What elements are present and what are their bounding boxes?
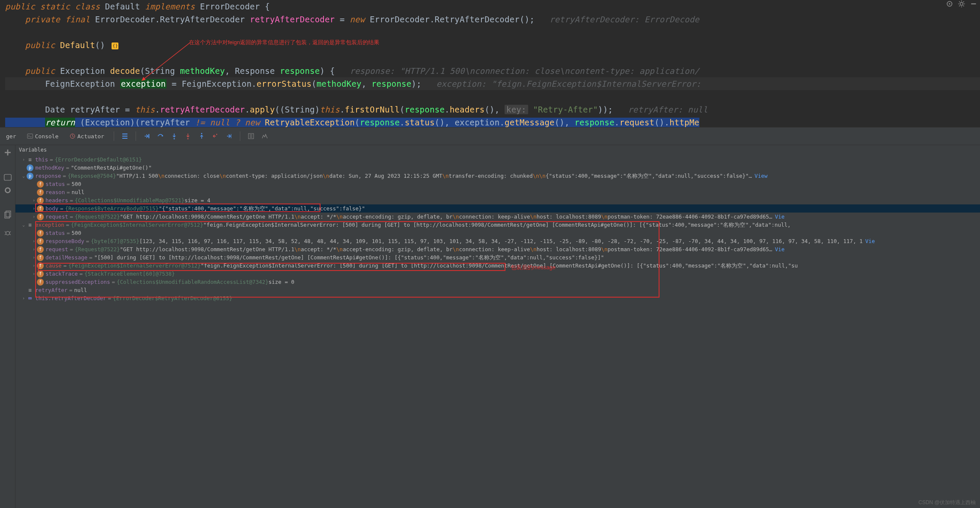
var-exception-stackTrace[interactable]: › f stackTrace= {StackTraceElement[60]@7… xyxy=(15,270,980,278)
evaluate-expression-icon[interactable] xyxy=(246,131,256,141)
drop-frame-icon[interactable] xyxy=(211,131,220,141)
mute-icon[interactable] xyxy=(3,186,12,195)
var-response-reason[interactable]: › f reason= null xyxy=(15,188,980,196)
var-exception-cause[interactable]: › f cause= {FeignException$InternalServe… xyxy=(15,262,980,270)
minimize-icon[interactable] xyxy=(970,0,977,8)
layout-icon[interactable] xyxy=(946,0,953,8)
field-icon: f xyxy=(37,181,44,188)
object-icon: ≡ xyxy=(27,287,33,294)
tab-debugger[interactable]: ger xyxy=(3,131,19,141)
step-into-icon[interactable] xyxy=(169,131,179,141)
field-icon: f xyxy=(37,205,44,212)
show-execution-point-icon[interactable] xyxy=(142,131,151,141)
var-retryAfterDecoder[interactable]: › ∞ this.retryAfterDecoder= {ErrorDecode… xyxy=(15,294,980,302)
field-icon: f xyxy=(37,197,44,204)
var-response[interactable]: ⌄ p response= {Response@7504} "HTTP/1.1 … xyxy=(15,172,980,180)
trace-icon[interactable] xyxy=(260,131,269,141)
svg-rect-4 xyxy=(971,3,976,4)
watermark: CSDN @伏加特遇上西柚 xyxy=(918,499,976,506)
view-link[interactable]: Vie xyxy=(775,213,785,221)
tab-console[interactable]: Console xyxy=(24,131,62,141)
force-step-into-icon[interactable] xyxy=(183,131,193,141)
svg-point-9 xyxy=(187,138,188,140)
collapse-icon[interactable]: {} xyxy=(112,43,118,49)
object-icon: ≡ xyxy=(27,222,33,228)
field-icon: f xyxy=(37,262,44,269)
var-retryAfter[interactable]: › ≡ retryAfter= null xyxy=(15,286,980,294)
step-over-icon[interactable] xyxy=(156,131,165,141)
run-to-cursor-icon[interactable] xyxy=(224,131,234,141)
var-exception-status[interactable]: › f status= 500 xyxy=(15,229,980,237)
object-icon: ≡ xyxy=(27,156,33,163)
view-link[interactable]: View xyxy=(755,172,768,180)
svg-rect-11 xyxy=(231,134,231,138)
var-response-request[interactable]: › f request= {Request@7522} "GET http://… xyxy=(15,213,980,221)
var-exception-responseBody[interactable]: › f responseBody= {byte[67]@7535} [123, … xyxy=(15,237,980,245)
link-icon[interactable] xyxy=(3,228,12,238)
svg-point-10 xyxy=(201,133,202,134)
view-link[interactable]: Vie xyxy=(865,237,875,245)
add-watch-icon[interactable] xyxy=(3,148,12,157)
svg-point-14 xyxy=(5,188,10,193)
svg-rect-5 xyxy=(27,134,33,139)
field-icon: f xyxy=(37,189,44,196)
field-icon: f xyxy=(37,213,44,220)
var-this[interactable]: › ≡ this= {ErrorDecoder$Default@6151} xyxy=(15,155,980,164)
var-response-body[interactable]: › f body= {Response$ByteArrayBody@7515} … xyxy=(15,204,980,213)
highlight-note: 包装后的message xyxy=(511,263,556,271)
param-icon: p xyxy=(27,164,33,171)
svg-rect-7 xyxy=(148,134,149,138)
code-editor[interactable]: 在这个方法中对feign返回的异常信息进行了包装，返回的是异常包装后的结果 pu… xyxy=(0,0,980,127)
field-icon: f xyxy=(37,254,44,261)
field-icon: f xyxy=(37,279,44,286)
console-icon xyxy=(27,133,33,139)
svg-point-8 xyxy=(173,138,175,140)
field-icon: f xyxy=(37,271,44,277)
list-icon[interactable] xyxy=(120,131,130,141)
var-exception-suppressed[interactable]: › f suppressedExceptions= {Collections$U… xyxy=(15,278,980,286)
view-link[interactable]: Vie xyxy=(775,245,785,253)
param-icon: p xyxy=(27,173,33,179)
variables-tree[interactable]: › ≡ this= {ErrorDecoder$Default@6151} › … xyxy=(15,155,980,508)
step-out-icon[interactable] xyxy=(197,131,206,141)
svg-rect-13 xyxy=(4,174,11,180)
actuator-icon xyxy=(70,133,76,139)
svg-point-2 xyxy=(949,3,950,4)
infinity-icon: ∞ xyxy=(27,295,33,302)
copy-icon[interactable] xyxy=(3,210,12,220)
field-icon: f xyxy=(37,230,44,237)
debug-toolbar: ger Console Actuator xyxy=(0,127,980,145)
variables-header: Variables xyxy=(15,145,980,155)
var-exception-request[interactable]: › f request= {Request@7522} "GET http://… xyxy=(15,245,980,253)
annotation-text: 在这个方法中对feign返回的异常信息进行了包装，返回的是异常包装后的结果 xyxy=(189,39,379,46)
debug-left-gutter xyxy=(0,145,15,508)
var-exception[interactable]: ⌄ ≡ exception= {FeignException$InternalS… xyxy=(15,221,980,229)
field-icon: f xyxy=(37,238,44,245)
var-methodKey[interactable]: › p methodKey= "CommentRestApi#getOne()" xyxy=(15,164,980,172)
field-icon: f xyxy=(37,246,44,253)
gear-icon[interactable] xyxy=(958,0,965,8)
var-response-headers[interactable]: › f headers= {Collections$UnmodifiableMa… xyxy=(15,196,980,204)
tab-actuator[interactable]: Actuator xyxy=(66,131,108,141)
toggle-icon[interactable] xyxy=(3,173,12,182)
selected-variable: exception xyxy=(120,79,167,88)
var-response-status[interactable]: › f status= 500 xyxy=(15,180,980,188)
svg-point-3 xyxy=(960,3,963,6)
var-exception-detailMessage[interactable]: › f detailMessage= "[500] during [GET] t… xyxy=(15,253,980,262)
